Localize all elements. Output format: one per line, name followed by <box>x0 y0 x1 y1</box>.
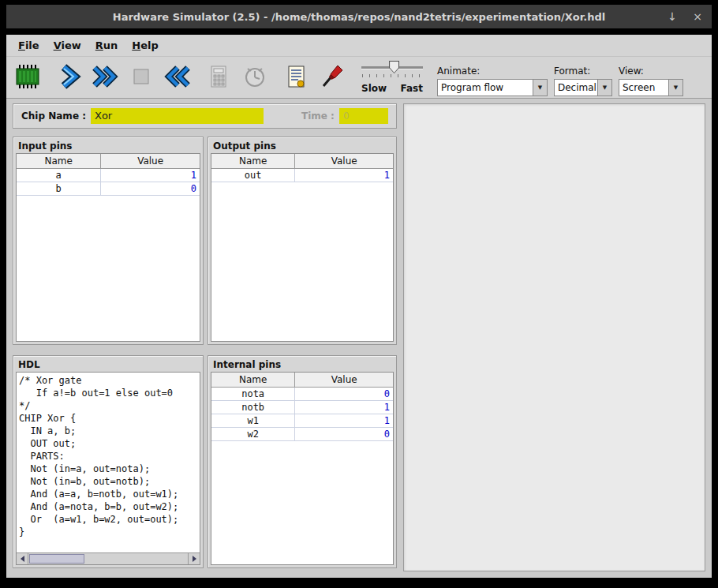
chip-name-bar: Chip Name : Xor Time : 0 <box>13 103 397 129</box>
menu-run[interactable]: Run <box>88 37 125 54</box>
column-header-name[interactable]: Name <box>17 154 101 168</box>
animate-select[interactable]: Program flow ▼ <box>437 79 548 96</box>
main-content: Chip Name : Xor Time : 0 Input pins Name… <box>6 99 712 578</box>
input-pins-rows: a1b0 <box>17 168 200 195</box>
column-header-value[interactable]: Value <box>295 373 393 387</box>
output-pins-scroll: Name Value out1 <box>211 153 394 342</box>
slider-fast-label: Fast <box>401 83 423 94</box>
format-group: Format: Decimal ▼ <box>554 58 612 96</box>
step-forward-icon <box>55 63 82 92</box>
internal-pins-panel: Internal pins Name Value nota0notb1w11w2… <box>208 355 397 568</box>
pin-value[interactable]: 0 <box>101 182 200 195</box>
window-title: Hardware Simulator (2.5) - /home/thomas/… <box>6 11 712 23</box>
table-row[interactable]: out1 <box>211 168 393 182</box>
hdl-code: /* Xor gate If a!=b out=1 else out=0 */ … <box>17 373 200 538</box>
scroll-left-button[interactable] <box>17 553 28 564</box>
column-header-value[interactable]: Value <box>295 154 393 168</box>
pin-name[interactable]: a <box>17 168 101 182</box>
menu-file[interactable]: File <box>11 37 47 54</box>
animate-value: Program flow <box>438 80 533 96</box>
script-icon <box>282 63 309 92</box>
minimize-button[interactable]: ↓ <box>666 10 679 23</box>
table-row[interactable]: nota0 <box>211 387 393 400</box>
hdl-scroll: /* Xor gate If a!=b out=1 else out=0 */ … <box>16 372 200 565</box>
internal-pins-rows: nota0notb1w11w20 <box>211 387 393 440</box>
hdl-title: HDL <box>13 356 203 372</box>
view-value: Screen <box>619 80 668 96</box>
single-step-button[interactable] <box>54 61 84 94</box>
triangle-left-icon <box>21 556 24 562</box>
run-button[interactable] <box>90 61 120 94</box>
pin-value[interactable]: 0 <box>295 427 393 440</box>
output-pins-title: Output pins <box>208 137 396 153</box>
slider-labels: Slow Fast <box>361 83 423 94</box>
stop-icon <box>128 63 155 92</box>
time-label: Time : <box>301 110 335 122</box>
chevron-down-icon[interactable]: ▼ <box>533 80 547 96</box>
internal-pins-title: Internal pins <box>208 356 396 372</box>
clear-button[interactable] <box>317 61 347 94</box>
pin-name[interactable]: notb <box>211 400 295 414</box>
chevron-down-icon[interactable]: ▼ <box>668 80 682 96</box>
pin-name[interactable]: nota <box>211 387 295 400</box>
animate-label: Animate: <box>437 66 548 77</box>
title-bar[interactable]: Hardware Simulator (2.5) - /home/thomas/… <box>6 5 712 28</box>
chip-name-label: Chip Name : <box>21 110 86 122</box>
column-header-name[interactable]: Name <box>211 154 295 168</box>
screen-view-panel <box>403 103 705 571</box>
column-header-value[interactable]: Value <box>101 154 200 168</box>
slider-slow-label: Slow <box>361 83 387 94</box>
format-label: Format: <box>554 66 612 77</box>
table-row[interactable]: b0 <box>17 182 200 195</box>
pin-value[interactable]: 1 <box>295 168 393 182</box>
application: File View Run Help <box>6 35 712 578</box>
pin-value[interactable]: 1 <box>101 168 200 182</box>
output-pins-panel: Output pins Name Value out1 <box>208 137 397 345</box>
chip-name-field[interactable]: Xor <box>91 108 264 124</box>
view-hdl-button[interactable] <box>281 61 311 94</box>
reset-button[interactable] <box>163 61 193 94</box>
format-select[interactable]: Decimal ▼ <box>554 79 612 96</box>
view-label: View: <box>619 66 683 77</box>
table-row[interactable]: a1 <box>17 168 200 182</box>
input-pins-scroll: Name Value a1b0 <box>16 153 200 342</box>
clock-icon <box>241 63 268 92</box>
pin-name[interactable]: out <box>211 168 295 182</box>
close-button[interactable]: × <box>691 10 704 23</box>
table-row[interactable]: notb1 <box>211 400 393 414</box>
menu-help[interactable]: Help <box>125 37 165 54</box>
table-row[interactable]: w20 <box>211 427 393 440</box>
internal-pins-table: Name Value nota0notb1w11w20 <box>211 373 393 441</box>
menu-view[interactable]: View <box>47 37 88 54</box>
calculator-button <box>204 61 234 94</box>
brush-icon <box>319 63 346 92</box>
pin-name[interactable]: w2 <box>211 427 295 440</box>
chevron-down-icon[interactable]: ▼ <box>597 80 611 96</box>
input-pins-title: Input pins <box>13 137 203 153</box>
slider-thumb[interactable] <box>389 61 399 73</box>
output-pins-table: Name Value out1 <box>211 154 393 182</box>
scrollbar-track[interactable] <box>28 553 188 564</box>
column-header-name[interactable]: Name <box>211 373 295 387</box>
left-column: Chip Name : Xor Time : 0 Input pins Name… <box>13 103 397 571</box>
load-chip-button[interactable] <box>13 61 43 94</box>
pin-value[interactable]: 1 <box>295 414 393 427</box>
input-pins-panel: Input pins Name Value a1b0 <box>13 137 204 345</box>
scroll-right-button[interactable] <box>188 553 200 564</box>
view-group: View: Screen ▼ <box>619 58 683 96</box>
slider-ticks <box>362 74 422 77</box>
view-select[interactable]: Screen ▼ <box>619 79 683 96</box>
window-controls: ↓ × <box>666 5 704 28</box>
pin-value[interactable]: 1 <box>295 400 393 414</box>
fast-forward-icon <box>91 63 119 92</box>
speed-slider[interactable]: Slow Fast <box>361 59 423 96</box>
clock-button <box>240 61 270 94</box>
format-value: Decimal <box>555 80 597 96</box>
pin-name[interactable]: w1 <box>211 414 295 427</box>
scrollbar-thumb[interactable] <box>29 554 84 564</box>
output-pins-rows: out1 <box>211 168 393 182</box>
horizontal-scrollbar[interactable] <box>17 552 200 564</box>
pin-value[interactable]: 0 <box>295 387 393 400</box>
pin-name[interactable]: b <box>17 182 101 195</box>
table-row[interactable]: w11 <box>211 414 393 427</box>
